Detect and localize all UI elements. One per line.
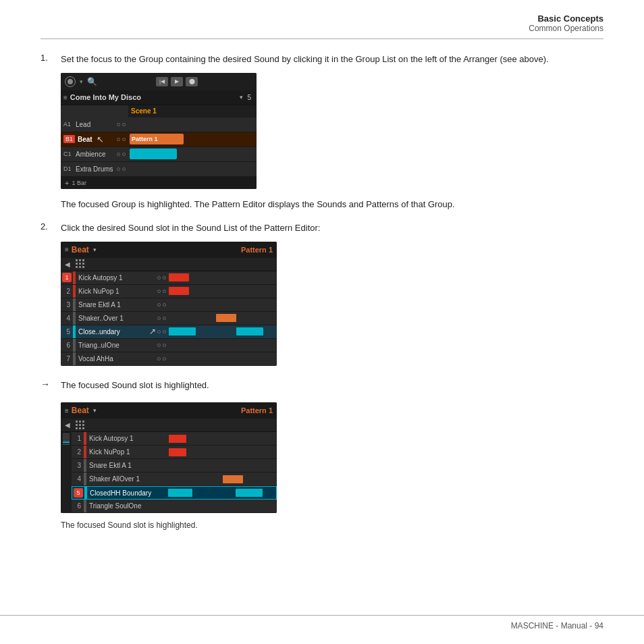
arr-play-btn[interactable]: ▶ xyxy=(171,77,183,86)
beat1-row-3-name: Snare Ektl A 1 xyxy=(76,301,157,308)
arr-pattern-c1 xyxy=(130,149,177,159)
step1-caption: The focused Group is highlighted. The Pa… xyxy=(61,198,603,211)
arr-group-name: Come Into My Disco xyxy=(70,93,240,101)
beat2-row-3-track xyxy=(169,459,277,472)
beat-dot xyxy=(157,276,161,279)
beat1-row-5: 5 Close..undary ↗ xyxy=(61,325,277,339)
ruler-mark xyxy=(63,439,70,441)
page-header: Basic Concepts Common Operations xyxy=(41,14,603,39)
beat1-grid-dot xyxy=(82,266,84,268)
beat2-row-5-track xyxy=(168,487,276,499)
beat2-grid-dot xyxy=(79,421,81,423)
beat1-row-6-dots xyxy=(157,344,166,347)
beat2-name: Beat xyxy=(72,406,89,415)
arr-scene-track: Scene 1 xyxy=(128,105,257,117)
beat1-row-6-num: 6 xyxy=(61,342,73,349)
arr-bar-label: 1 Bar xyxy=(72,180,86,186)
beat2-row-4-num: 4 xyxy=(72,475,84,483)
arr-plus-icon: + xyxy=(65,179,69,187)
beat1-row-4-num: 4 xyxy=(61,315,73,322)
step-1: 1. Set the focus to the Group containing… xyxy=(41,53,603,211)
arr-group-header: ≡ Come Into My Disco ▾ 5 xyxy=(61,90,257,105)
beat1-row-2: 2 Kick NuPop 1 xyxy=(61,285,277,298)
arr-dot xyxy=(117,138,120,141)
beat2-row-5-num: 5 xyxy=(74,488,83,498)
beat2-grid-dot xyxy=(79,427,81,429)
arr-footer: + 1 Bar xyxy=(61,177,257,189)
beat-dot xyxy=(163,317,166,320)
beat1-block xyxy=(236,327,263,336)
arr-record-btn[interactable]: ⬤ xyxy=(186,77,198,86)
beat2-row-3: 3 Snare Ektl A 1 xyxy=(72,459,277,473)
arr-row-a1: A1 Lead xyxy=(61,117,257,132)
beat2-block xyxy=(236,489,263,497)
beat2-body: 1 Kick Autopsy 1 2 Kick NuPop 1 xyxy=(61,432,277,513)
beat1-row-4: 4 Shaker..Over 1 xyxy=(61,312,277,325)
beat2-arrow: ▾ xyxy=(93,407,97,414)
arr-group-menu-icon: ≡ xyxy=(63,94,68,101)
step-1-number: 1. xyxy=(41,53,61,63)
beat1-name: Beat xyxy=(72,245,89,254)
beat1-header: ≡ Beat ▾ Pattern 1 xyxy=(61,242,277,258)
footer-text: MASCHINE - Manual - 94 xyxy=(511,621,603,630)
arr-scene-label-col xyxy=(61,105,128,117)
beat-dot xyxy=(163,344,166,347)
beat2-grid-icon xyxy=(76,421,85,430)
arr-row-a1-id: A1 xyxy=(63,121,73,128)
arr-row-c1-id: C1 xyxy=(63,151,73,157)
beat1-block xyxy=(169,327,196,336)
beat1-grid-dot xyxy=(79,259,81,261)
arr-row-b1: B1 Beat ↖ Pattern 1 xyxy=(61,132,257,147)
beat-dot xyxy=(163,290,166,293)
arr-dot xyxy=(122,167,126,171)
arr-pattern-b1: Pattern 1 xyxy=(130,134,184,144)
beat-dot xyxy=(157,357,161,360)
beat2-pattern: Pattern 1 xyxy=(241,406,273,414)
step-1-content: Set the focus to the Group containing th… xyxy=(61,53,603,211)
arr-row-c1-name: Ambience xyxy=(76,151,105,158)
beat2-grid-dot xyxy=(82,421,84,423)
arr-row-d1-dots xyxy=(117,167,126,171)
arr-skip-back-btn[interactable]: |◀ xyxy=(156,77,168,86)
beat2-row-1-track xyxy=(169,432,277,445)
beat1-row-4-dots xyxy=(157,317,166,320)
beat1-row-2-name: Kick NuPop 1 xyxy=(76,288,157,295)
beat2-speaker-icon: ◀ xyxy=(65,421,70,429)
beat2-ruler xyxy=(61,432,72,513)
beat1-row-4-name: Shaker..Over 1 xyxy=(76,315,157,322)
beat-dot xyxy=(157,303,161,306)
arr-row-b1-cursor: ↖ xyxy=(97,134,104,144)
beat1-icons-row: ◀ xyxy=(61,258,277,271)
beat2-block xyxy=(169,448,186,456)
beat1-row-3: 3 Snare Ektl A 1 xyxy=(61,298,277,312)
beat2-grid-dot xyxy=(76,427,78,429)
beat1-row-6-name: Triang..uIOne xyxy=(76,342,157,349)
arr-row-a1-dots xyxy=(117,123,126,126)
beat2-header: ≡ Beat ▾ Pattern 1 xyxy=(61,402,277,419)
arr-row-d1-label: D1 Extra Drums xyxy=(61,162,128,176)
beat-screenshot-2: ≡ Beat ▾ Pattern 1 ◀ xyxy=(61,402,277,513)
arr-dot xyxy=(122,153,126,156)
beat2-icons-row: ◀ xyxy=(61,419,277,432)
beat1-row-7-name: Vocal AhHa xyxy=(76,355,157,363)
beat1-row-3-dots xyxy=(157,303,166,306)
beat-dot xyxy=(157,290,161,293)
arr-row-d1-track xyxy=(128,162,257,176)
beat2-grid-dot xyxy=(79,424,81,426)
beat2-row-5: 5 ClosedHH Boundary xyxy=(72,486,277,500)
header-subtitle: Common Operations xyxy=(41,24,603,33)
beat2-menu-icon: ≡ xyxy=(65,407,69,414)
beat1-row-7: 7 Vocal AhHa xyxy=(61,352,277,366)
beat2-row-6-num: 6 xyxy=(72,502,84,510)
beat2-row-4: 4 Shaker AllOver 1 xyxy=(72,473,277,486)
beat2-row-4-track xyxy=(169,473,277,485)
beat2-block xyxy=(168,489,192,497)
arr-row-d1-name: Extra Drums xyxy=(76,165,113,173)
beat2-row-6-track xyxy=(169,500,277,512)
beat2-rows-container: 1 Kick Autopsy 1 2 Kick NuPop 1 xyxy=(72,432,277,513)
beat1-row-6: 6 Triang..uIOne xyxy=(61,339,277,352)
beat1-speaker-icon: ◀ xyxy=(65,261,70,268)
arranger-screenshot: ▾ 🔍 |◀ ▶ ⬤ ≡ Come Into My Disco ▾ 5 xyxy=(61,73,257,189)
beat1-row-7-num: 7 xyxy=(61,355,73,363)
arrow-result: → The focused Sound slot is highlighted. xyxy=(41,379,603,392)
